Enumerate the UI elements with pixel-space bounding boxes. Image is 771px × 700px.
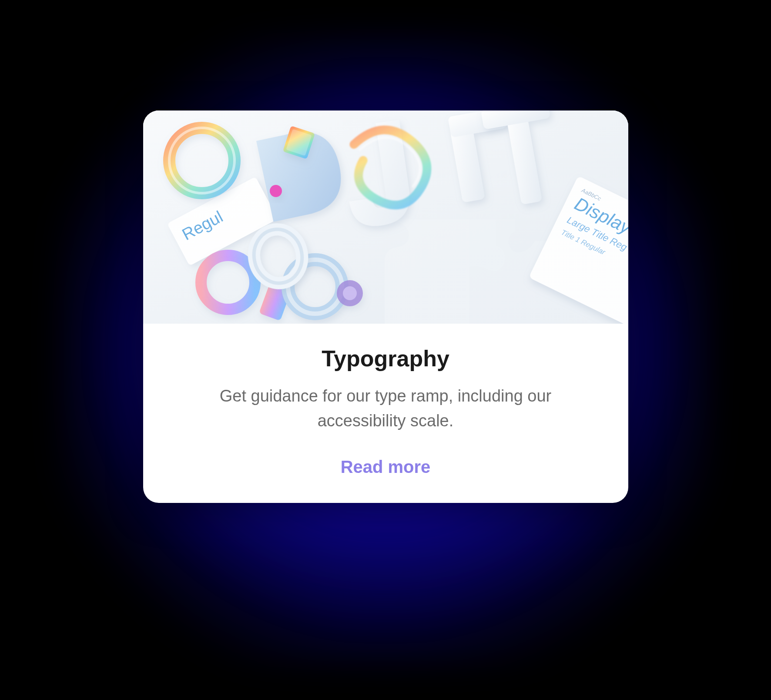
card-hero-image: Regul AaBbCc Display Large Title Reg Tit… (143, 111, 628, 324)
read-more-link[interactable]: Read more (341, 457, 431, 477)
card-description: Get guidance for our type ramp, includin… (169, 384, 602, 433)
svg-rect-25 (143, 111, 628, 324)
card-title: Typography (169, 345, 602, 372)
card-content: Typography Get guidance for our type ram… (143, 324, 628, 503)
typography-card: Regul AaBbCc Display Large Title Reg Tit… (143, 111, 628, 503)
